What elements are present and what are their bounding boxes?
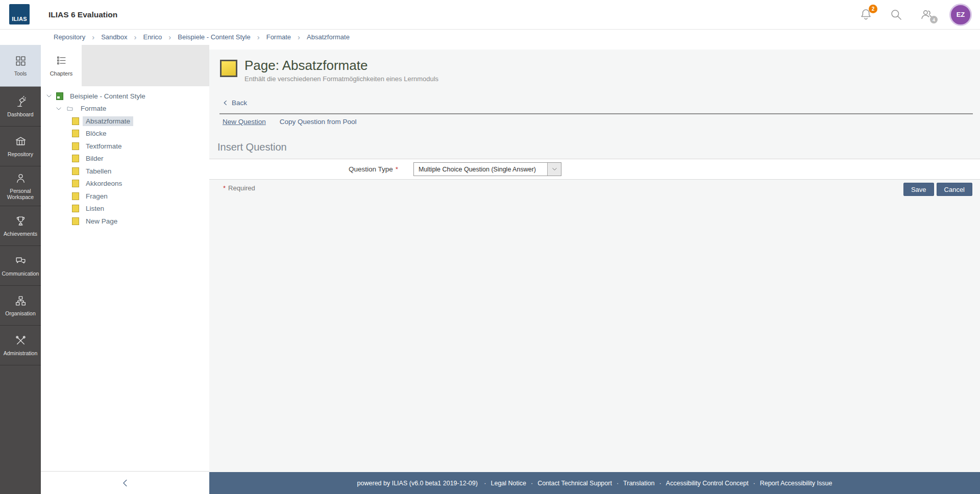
ilias-logo[interactable]: ILIAS — [9, 4, 30, 24]
breadcrumb-separator-icon: › — [92, 33, 94, 41]
tree-item-label: Formate — [78, 104, 109, 113]
footer-separator: · — [753, 480, 755, 487]
tree-item-absatzformate[interactable]: Absatzformate — [41, 115, 209, 128]
page-icon — [72, 217, 79, 225]
sidebar-item-label: Achievements — [2, 231, 39, 237]
tree-item-bl-cke[interactable]: Blöcke — [41, 128, 209, 140]
breadcrumb-item-repository[interactable]: Repository — [54, 33, 85, 41]
notification-badge: 2 — [869, 5, 877, 13]
page-title: Page: Absatzformate — [244, 58, 438, 73]
search-icon — [889, 8, 903, 21]
copy-question-from-pool-link[interactable]: Copy Question from Pool — [280, 118, 357, 126]
tree-item-akkordeons[interactable]: Akkordeons — [41, 178, 209, 190]
avatar-initials: EZ — [957, 11, 965, 18]
chapter-tree: Beispiele - Content StyleFormateAbsatzfo… — [41, 86, 209, 471]
tree-item-new-page[interactable]: New Page — [41, 215, 209, 228]
page-type-icon — [220, 60, 237, 77]
tree-item-bilder[interactable]: Bilder — [41, 153, 209, 165]
tree-item-label: Blöcke — [83, 129, 110, 138]
chevron-down-icon — [552, 166, 557, 172]
footer-links: powered by ILIAS (v6.0 beta1 2019-12-09)… — [357, 480, 832, 487]
achievements-icon — [14, 215, 27, 228]
tools-grid-icon — [14, 55, 27, 67]
sidebar-item-dashboard[interactable]: Dashboard — [0, 87, 41, 127]
page-icon — [72, 180, 79, 187]
administration-icon — [14, 334, 27, 347]
breadcrumb-separator-icon: › — [298, 33, 300, 41]
new-question-link[interactable]: New Question — [223, 118, 266, 126]
sidebar-item-organisation[interactable]: Organisation — [0, 286, 41, 326]
footer-separator: · — [531, 480, 533, 487]
chevron-down-icon[interactable] — [55, 105, 62, 112]
breadcrumb-item-beispiele-content-style[interactable]: Beispiele - Content Style — [178, 33, 250, 41]
notifications-button[interactable]: 2 — [859, 8, 873, 21]
page-icon — [72, 192, 79, 200]
chevron-left-icon — [223, 100, 228, 106]
sidebar-item-personal-workspace[interactable]: Personal Workspace — [0, 166, 41, 206]
question-type-select[interactable]: Multiple Choice Question (Single Answer) — [413, 162, 561, 176]
sidebar-item-label: Repository — [6, 151, 35, 157]
tree-item-tabellen[interactable]: Tabellen — [41, 165, 209, 178]
breadcrumb-item-formate[interactable]: Formate — [266, 33, 291, 41]
sidebar-item-label: Tools — [13, 70, 29, 77]
powered-by-link[interactable]: powered by ILIAS (v6.0 beta1 2019-12-09) — [357, 480, 478, 487]
sidebar-item-label: Dashboard — [6, 111, 35, 117]
avatar[interactable]: EZ — [949, 4, 972, 26]
list-icon — [56, 55, 67, 66]
page-icon — [72, 205, 79, 212]
toolbar-links: New Question Copy Question from Pool — [223, 118, 357, 126]
page-icon — [72, 130, 79, 137]
tree-item-label: Akkordeons — [83, 179, 125, 188]
communication-icon — [14, 255, 27, 267]
footer-separator: · — [659, 480, 661, 487]
online-users-badge: 4 — [930, 16, 938, 23]
required-marker: * — [223, 184, 226, 192]
content-top-strip — [209, 45, 980, 50]
footer-link-report-accessibility-issue[interactable]: Report Accessibility Issue — [760, 480, 832, 487]
tree-item-label: Absatzformate — [83, 116, 133, 126]
repository-icon — [14, 135, 27, 148]
sidebar-item-tools[interactable]: Tools — [0, 45, 41, 87]
question-type-row: Question Type * Multiple Choice Question… — [209, 159, 980, 180]
back-label: Back — [232, 99, 247, 107]
header-actions: 2 4 EZ — [859, 0, 972, 29]
toolbar-divider — [219, 113, 973, 114]
tree-item-beispiele-content-style[interactable]: Beispiele - Content Style — [41, 90, 209, 103]
top-header: ILIAS ILIAS 6 Evaluation 2 4 EZ — [0, 0, 980, 30]
sidebar-item-administration[interactable]: Administration — [0, 326, 41, 365]
sidebar-item-communication[interactable]: Communication — [0, 246, 41, 286]
page-icon — [72, 155, 79, 162]
tree-item-fragen[interactable]: Fragen — [41, 190, 209, 203]
breadcrumb-item-absatzformate[interactable]: Absatzformate — [307, 33, 350, 41]
breadcrumb-item-enrico[interactable]: Enrico — [143, 33, 162, 41]
cancel-button[interactable]: Cancel — [937, 183, 972, 196]
search-button[interactable] — [889, 8, 903, 21]
collapse-slate-button[interactable] — [41, 471, 209, 494]
form-section-title: Insert Question — [217, 141, 287, 153]
tree-item-listen[interactable]: Listen — [41, 203, 209, 215]
footer-link-legal-notice[interactable]: Legal Notice — [491, 480, 527, 487]
breadcrumb-item-sandbox[interactable]: Sandbox — [101, 33, 127, 41]
sidebar-item-repository[interactable]: Repository — [0, 127, 41, 166]
tree-item-label: Fragen — [83, 191, 111, 201]
learning-module-icon — [56, 92, 63, 100]
question-type-select-value: Multiple Choice Question (Single Answer) — [414, 163, 547, 176]
save-button[interactable]: Save — [903, 183, 934, 196]
ilias-logo-text: ILIAS — [12, 16, 27, 22]
sidebar-item-achievements[interactable]: Achievements — [0, 206, 41, 246]
required-note: * Required — [223, 184, 255, 192]
footer-link-translation[interactable]: Translation — [623, 480, 654, 487]
back-link[interactable]: Back — [223, 99, 247, 107]
page-subtitle: Enthält die verschiedenen Formatmöglichk… — [244, 75, 438, 83]
question-type-label: Question Type * — [209, 159, 398, 179]
tree-item-formate[interactable]: Formate — [41, 103, 209, 115]
tab-chapters[interactable]: Chapters — [41, 45, 82, 86]
tree-item-textformate[interactable]: Textformate — [41, 140, 209, 153]
online-users-button[interactable]: 4 — [919, 8, 933, 21]
footer-link-contact-technical-support[interactable]: Contact Technical Support — [537, 480, 612, 487]
page-icon — [72, 117, 79, 125]
chevron-down-icon[interactable] — [45, 92, 53, 100]
footer-link-accessibility-control-concept[interactable]: Accessibility Control Concept — [666, 480, 749, 487]
select-dropdown-button[interactable] — [547, 163, 561, 176]
sidebar-item-label: Personal Workspace — [0, 188, 41, 200]
